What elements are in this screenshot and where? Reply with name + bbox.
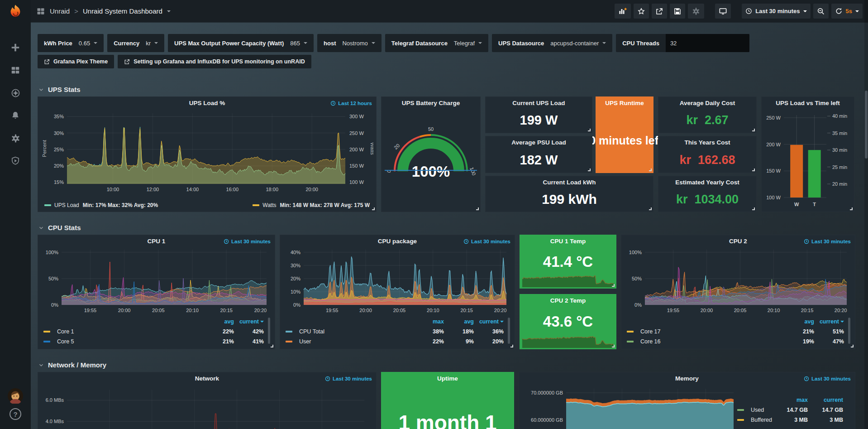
panel-title[interactable]: This Years Cost	[658, 136, 756, 147]
legend-col-current[interactable]: current	[234, 318, 264, 325]
legend-col-max[interactable]: max	[414, 318, 444, 325]
panel-title[interactable]: Current UPS Load	[486, 97, 592, 108]
legend-col-max[interactable]: max	[773, 397, 808, 403]
cpu-package-legend: max avg current CPU Total 38% 18% 36% Us…	[286, 317, 504, 347]
variable-kwh-price[interactable]: kWh Price 0.65	[38, 34, 104, 52]
panel-timeframe[interactable]: Last 30 minutes	[804, 376, 851, 381]
section-header-network-memory[interactable]: Network / Memory	[38, 361, 868, 369]
legend-item-ups-load[interactable]: UPS LoadMin: 17% Max: 32% Avg: 20%	[44, 202, 158, 208]
resize-handle[interactable]	[510, 345, 513, 347]
server-admin-shield-icon[interactable]	[0, 149, 31, 172]
panel-title[interactable]: UPS Battery Charge	[382, 97, 480, 108]
breadcrumb-current[interactable]: Unraid System Dashboard	[83, 7, 162, 15]
alerting-bell-icon[interactable]	[0, 104, 31, 127]
variable-ups-datasource[interactable]: UPS Datasource apcupsd-container	[492, 34, 612, 52]
resize-handle[interactable]	[612, 345, 615, 347]
ups-load-chart[interactable]: 15%20%25%30%35%100 W150 W200 W250 W300 W…	[41, 109, 373, 194]
resize-handle[interactable]	[588, 169, 591, 171]
resize-handle[interactable]	[649, 207, 652, 210]
panel-timeframe[interactable]: Last 30 minutes	[463, 239, 510, 244]
variable-currency[interactable]: Currency kr	[107, 34, 164, 52]
panel-timeframe[interactable]: Last 30 minutes	[224, 239, 271, 244]
star-button[interactable]	[634, 4, 649, 19]
resize-handle[interactable]	[752, 129, 755, 131]
resize-handle[interactable]	[649, 169, 652, 171]
resize-handle[interactable]	[271, 345, 273, 347]
variable-ups-max-output[interactable]: UPS Max Output Power Capacity (Watt) 865	[168, 34, 314, 52]
resize-handle[interactable]	[851, 345, 854, 347]
load-vs-time-chart[interactable]: 100 W150 W200 W250 W20 min25 min30 min35…	[763, 109, 853, 209]
section-header-cpu-stats[interactable]: CPU Stats	[38, 224, 868, 231]
time-range-picker[interactable]: Last 30 minutes	[742, 4, 810, 19]
panel-title[interactable]: UPS Load %	[38, 97, 376, 108]
variable-telegraf-datasource[interactable]: Telegraf Datasource Telegraf	[385, 34, 488, 52]
legend-scrollbar[interactable]	[508, 318, 510, 344]
legend-col-avg[interactable]: avg	[784, 318, 814, 325]
svg-text:4.0 MBs: 4.0 MBs	[46, 419, 64, 424]
panel-title[interactable]: CPU 1 Temp	[520, 235, 616, 246]
zoom-out-button[interactable]	[813, 4, 829, 19]
panel-title[interactable]: UPS Load vs Time left	[762, 97, 854, 108]
panel-title[interactable]: UPS Runtime	[596, 97, 653, 108]
cpu2-chart[interactable]: 0%50%100%19:5520:0020:0520:1020:1520:20	[624, 246, 852, 315]
link-ups-monitoring-guide[interactable]: Setting up Grafana and InfluxDB for UPS …	[118, 55, 311, 68]
legend-scrollbar[interactable]	[848, 318, 850, 344]
resize-handle[interactable]	[612, 284, 615, 287]
share-button[interactable]	[652, 4, 667, 19]
scrollbar-thumb[interactable]	[865, 91, 868, 159]
legend-col-current[interactable]: current	[808, 397, 843, 403]
cpu1-chart[interactable]: 0%50%100%19:5520:0020:0520:1020:1520:20	[41, 246, 272, 315]
svg-text:10%: 10%	[291, 289, 300, 294]
panel-title[interactable]: Average PSU Load	[486, 136, 592, 147]
cpu-threads-input[interactable]	[666, 34, 749, 52]
user-avatar[interactable]	[8, 388, 23, 404]
legend-item-watts[interactable]: WattsMin: 148 W Max: 278 W Avg: 175 W	[253, 202, 370, 208]
panel-title[interactable]: Current Load kWh	[486, 176, 653, 187]
link-grafana-plex-theme[interactable]: Grafana Plex Theme	[38, 55, 114, 68]
panel-timeframe[interactable]: Last 12 hours	[330, 101, 372, 106]
panel-timeframe[interactable]: Last 30 minutes	[325, 376, 372, 381]
resize-handle[interactable]	[752, 207, 755, 210]
section-header-ups-stats[interactable]: UPS Stats	[38, 86, 868, 93]
create-icon[interactable]	[0, 36, 31, 59]
refresh-interval-label[interactable]: 5s	[846, 8, 852, 14]
panel-memory: Memory Last 30 minutes 50.000000 GB60.00…	[519, 372, 855, 429]
legend-col-current[interactable]: current	[814, 318, 844, 325]
panel-title[interactable]: CPU 2 Temp	[520, 294, 616, 305]
variable-host[interactable]: host Nostromo	[317, 34, 382, 52]
panel-timeframe[interactable]: Last 30 minutes	[804, 239, 851, 244]
legend-col-avg[interactable]: avg	[444, 318, 474, 325]
panel-title[interactable]: Estimated Yearly Cost	[658, 176, 756, 187]
panel-title[interactable]: Uptime	[382, 372, 514, 383]
breadcrumb[interactable]: Unraid > Unraid System Dashboard	[36, 7, 171, 16]
cpu-package-chart[interactable]: 0%10%20%30%40%19:5520:0020:0520:1020:152…	[283, 246, 512, 315]
refresh-button[interactable]: 5s	[831, 4, 863, 19]
network-chart[interactable]: 2.0 MBs4.0 MBs6.0 MBs	[41, 384, 373, 429]
dashboards-icon[interactable]	[0, 59, 31, 82]
panel-title[interactable]: Average Daily Cost	[658, 97, 756, 108]
resize-handle[interactable]	[752, 169, 755, 171]
resize-handle[interactable]	[476, 207, 479, 210]
battery-gauge[interactable]: 02050100100%	[383, 114, 478, 183]
breadcrumb-root[interactable]: Unraid	[50, 7, 70, 15]
explore-compass-icon[interactable]	[0, 82, 31, 104]
save-button[interactable]	[670, 4, 685, 19]
legend-scrollbar[interactable]	[268, 318, 270, 344]
help-icon[interactable]: ?	[10, 408, 21, 420]
zoom-out-icon	[817, 7, 825, 15]
memory-chart[interactable]: 50.000000 GB60.000000 GB70.000000 GB	[519, 383, 737, 429]
page-scrollbar[interactable]	[864, 0, 868, 429]
resize-handle[interactable]	[372, 207, 375, 210]
grafana-logo[interactable]	[7, 4, 24, 21]
dashboard-settings-button[interactable]	[688, 4, 704, 19]
legend-col-current[interactable]: current	[474, 318, 504, 325]
configuration-gear-icon[interactable]	[0, 127, 31, 149]
svg-text:60.000000 GB: 60.000000 GB	[531, 417, 563, 423]
legend-col-avg[interactable]: avg	[204, 318, 234, 325]
resize-handle[interactable]	[588, 129, 591, 131]
resize-handle[interactable]	[850, 207, 853, 210]
svg-text:20%: 20%	[54, 163, 64, 169]
temp-sparkline	[522, 331, 614, 348]
cycle-view-button[interactable]	[715, 4, 731, 19]
add-panel-button[interactable]	[615, 4, 631, 19]
